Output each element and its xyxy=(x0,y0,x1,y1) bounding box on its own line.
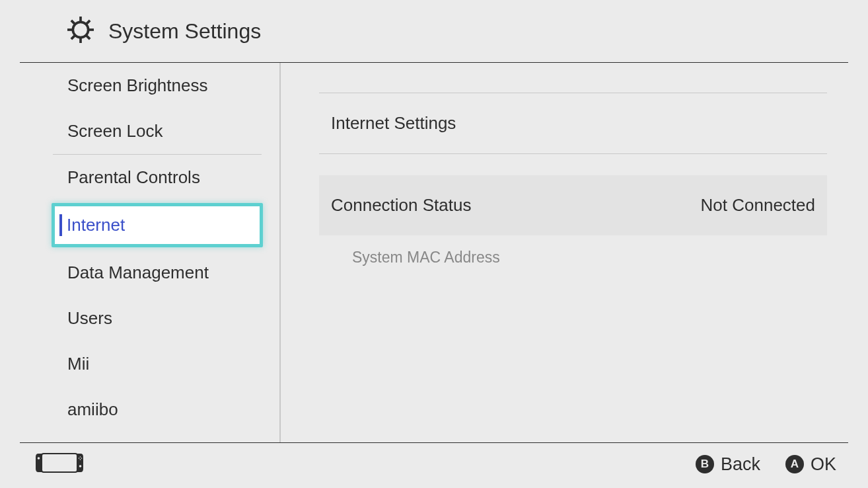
sidebar-item-label: Data Management xyxy=(67,263,209,282)
sidebar-item-label: Parental Controls xyxy=(67,167,200,187)
sidebar-item-internet[interactable]: Internet xyxy=(52,203,263,247)
connection-status-label: Connection Status xyxy=(331,195,471,216)
svg-rect-9 xyxy=(42,454,77,472)
internet-settings-row[interactable]: Internet Settings xyxy=(319,93,827,154)
sidebar: Screen BrightnessScreen LockParental Con… xyxy=(20,63,281,442)
sidebar-item-label: Internet xyxy=(67,215,125,235)
main-container: Screen BrightnessScreen LockParental Con… xyxy=(20,63,848,443)
content-panel: Internet Settings Connection Status Not … xyxy=(281,63,848,442)
sidebar-item-parental-controls[interactable]: Parental Controls xyxy=(20,155,279,200)
svg-line-6 xyxy=(86,35,90,39)
back-label: Back xyxy=(721,454,760,475)
svg-point-13 xyxy=(79,458,80,459)
svg-point-10 xyxy=(38,457,40,460)
sidebar-item-label: Screen Brightness xyxy=(67,75,207,95)
footer-buttons: B Back A OK xyxy=(696,454,836,475)
ok-label: OK xyxy=(811,454,836,475)
controller-icon xyxy=(36,453,83,475)
gear-icon xyxy=(67,17,108,46)
sidebar-item-mii[interactable]: Mii xyxy=(20,341,279,387)
sidebar-item-amiibo[interactable]: amiibo xyxy=(20,387,279,432)
svg-line-8 xyxy=(86,20,90,24)
sidebar-item-screen-lock[interactable]: Screen Lock xyxy=(20,108,279,154)
back-button[interactable]: B Back xyxy=(696,454,760,475)
svg-point-12 xyxy=(80,456,81,458)
header: System Settings xyxy=(20,0,848,63)
sidebar-item-screen-brightness[interactable]: Screen Brightness xyxy=(20,63,279,108)
internet-settings-label: Internet Settings xyxy=(331,113,456,134)
sidebar-item-data-management[interactable]: Data Management xyxy=(20,250,279,296)
mac-address-label: System MAC Address xyxy=(319,235,827,266)
svg-line-5 xyxy=(71,20,75,24)
connection-status-row[interactable]: Connection Status Not Connected xyxy=(319,175,827,235)
b-button-icon: B xyxy=(696,455,714,473)
sidebar-item-label: Users xyxy=(67,308,112,328)
svg-line-7 xyxy=(71,35,75,39)
page-title: System Settings xyxy=(108,19,261,44)
sidebar-item-label: Screen Lock xyxy=(67,121,163,141)
svg-point-14 xyxy=(81,458,83,459)
svg-point-15 xyxy=(80,459,81,460)
footer: B Back A OK xyxy=(0,440,868,488)
sidebar-item-label: amiibo xyxy=(67,399,118,419)
a-button-icon: A xyxy=(785,455,804,473)
sidebar-item-users[interactable]: Users xyxy=(20,296,279,341)
svg-point-11 xyxy=(79,465,82,468)
connection-status-value: Not Connected xyxy=(701,195,815,216)
sidebar-item-label: Mii xyxy=(67,354,89,374)
svg-point-0 xyxy=(73,22,88,37)
ok-button[interactable]: A OK xyxy=(785,454,836,475)
